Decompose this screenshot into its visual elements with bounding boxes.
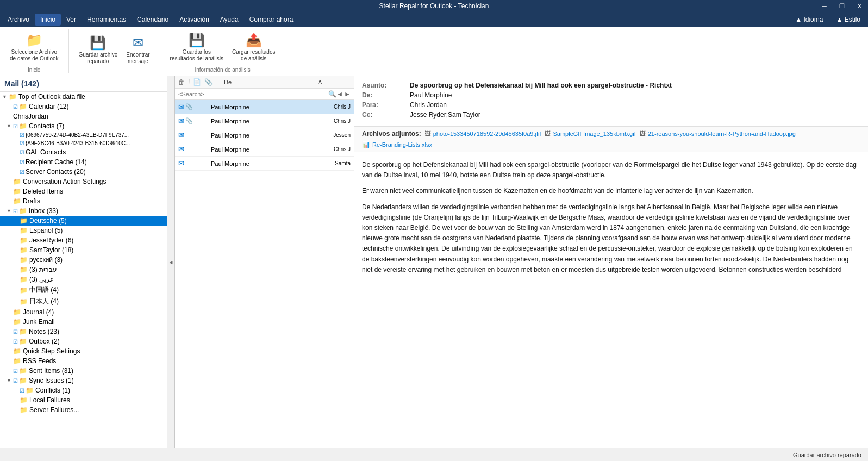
sidebar-item-notes[interactable]: ☑📁Notes (23): [0, 327, 167, 337]
folder-icon-japanese: 📁: [20, 298, 28, 306]
seleccionar-archivo-button[interactable]: 📁 Seleccione Archivode datos de Outlook: [7, 30, 62, 64]
menu-calendario[interactable]: Calendario: [132, 14, 174, 26]
window-controls: ─ ❐ ✕: [816, 0, 868, 12]
check-icon-notes: ☑: [13, 329, 18, 335]
sidebar-item-gal-contacts[interactable]: ☑GAL Contacts: [0, 147, 167, 157]
sidebar-item-deutsche[interactable]: 📁Deutsche (5): [0, 216, 167, 226]
a-column-header[interactable]: A: [318, 79, 351, 85]
sidebar-item-chinese[interactable]: 📁中国語 (4): [0, 284, 167, 296]
sidebar[interactable]: Mail (142) ▼📁Top of Outlook data file☑📁C…: [0, 76, 167, 448]
sidebar-item-quick-step[interactable]: 📁Quick Step Settings: [0, 346, 167, 356]
body-paragraph-0: De spoorbrug op het Defensiekanaal bij M…: [362, 160, 860, 180]
email-row-email2[interactable]: ✉📎Paul MorphineChris J: [175, 114, 354, 128]
email-to-email4: Chris J: [318, 146, 351, 152]
app-title: Stellar Repair for Outlook - Technician: [379, 2, 489, 10]
sidebar-item-russian[interactable]: 📁русский (3): [0, 255, 167, 265]
sidebar-item-junk-email[interactable]: 📁Junk Email: [0, 317, 167, 327]
attachment-name-att2: SampleGIFImage_135kbmb.gif: [553, 130, 635, 137]
sidebar-label-chinese: 中国語 (4): [29, 285, 59, 295]
attach-col-icon[interactable]: 📎: [204, 78, 213, 86]
close-button[interactable]: ✕: [851, 0, 868, 12]
folder-icon-deutsche: 📁: [20, 217, 28, 225]
folder-icon-conversation-action: 📁: [13, 178, 21, 185]
sidebar-item-drafts[interactable]: 📁Drafts: [0, 196, 167, 206]
flag-col-icon[interactable]: !: [188, 78, 190, 86]
sidebar-item-sent-items[interactable]: ☑📁Sent Items (31): [0, 366, 167, 376]
guardar-analisis-button[interactable]: 💾 Guardar losresultados del análisis: [167, 30, 227, 64]
email-row-email4[interactable]: ✉Paul MorphineChris J: [175, 142, 354, 157]
folder-icon-deleted-items: 📁: [13, 188, 21, 195]
cargar-analisis-button[interactable]: 📤 Cargar resultadosde análisis: [229, 30, 278, 64]
restore-button[interactable]: ❐: [833, 0, 851, 12]
guardar-analisis-icon: 💾: [189, 33, 205, 48]
sidebar-item-calendar[interactable]: ☑📁Calendar (12): [0, 102, 167, 111]
attachment-att2[interactable]: 🖼SampleGIFImage_135kbmb.gif: [544, 130, 635, 138]
sidebar-item-conversation-action[interactable]: 📁Conversation Action Settings: [0, 177, 167, 186]
sidebar-item-contact1[interactable]: ☑{06967759-274D-40B2-A3EB-D7F9E737...: [0, 131, 167, 139]
sidebar-item-journal[interactable]: 📁Journal (4): [0, 307, 167, 317]
menu-ayuda[interactable]: Ayuda: [215, 14, 244, 26]
encontrar-mensaje-button[interactable]: ✉ Encontrarmensaje: [123, 33, 153, 67]
sidebar-label-contacts: Contacts (7): [29, 122, 64, 130]
menu-archivo[interactable]: Archivo: [2, 14, 35, 26]
check-icon-sync-issues: ☑: [13, 378, 18, 384]
guardar-reparado-button[interactable]: 💾 Guardar archivoreparado: [76, 33, 121, 67]
sidebar-item-rss-feeds[interactable]: 📁RSS Feeds: [0, 356, 167, 366]
attachment-icon-att3: 🖼: [639, 130, 646, 138]
attachment-icon-att1: 🖼: [424, 130, 431, 138]
sidebar-label-sync-issues: Sync Issues (1): [29, 377, 74, 384]
sidebar-item-contact2[interactable]: ☑{A9E2BC46-B3A0-4243-B315-60D9910C...: [0, 139, 167, 147]
prev-arrow[interactable]: ◄: [336, 90, 343, 98]
delete-col-icon[interactable]: 🗑: [178, 78, 185, 86]
sidebar-item-espanol[interactable]: 📁Español (5): [0, 226, 167, 235]
sidebar-label-inbox: Inbox (33): [29, 207, 58, 215]
menu-herramientas[interactable]: Herramientas: [82, 14, 132, 26]
sidebar-item-server-failures[interactable]: 📁Server Failures...: [0, 405, 167, 415]
next-arrow[interactable]: ►: [344, 90, 351, 98]
collapse-button[interactable]: ◄: [167, 76, 175, 448]
sidebar-item-inbox[interactable]: ▼☑📁Inbox (33): [0, 206, 167, 216]
sidebar-item-sync-issues[interactable]: ▼☑📁Sync Issues (1): [0, 376, 167, 385]
email-row-email5[interactable]: ✉Paul MorphineSamta: [175, 157, 354, 171]
menu-comprar[interactable]: Comprar ahora: [244, 14, 299, 26]
folder-icon-rss-feeds: 📁: [13, 357, 21, 365]
email-icons-email2: ✉📎: [178, 117, 211, 125]
sidebar-item-contacts[interactable]: ▼☑📁Contacts (7): [0, 121, 167, 131]
sidebar-item-samtaylor[interactable]: 📁SamTaylor (18): [0, 245, 167, 255]
sidebar-item-deleted-items[interactable]: 📁Deleted Items: [0, 186, 167, 196]
sidebar-item-server-contacts[interactable]: ☑Server Contacts (20): [0, 167, 167, 177]
email-detail: Asunto: De spoorbrug op het Defensiekana…: [354, 76, 868, 448]
sidebar-item-recipient-cache[interactable]: ☑Recipient Cache (14): [0, 157, 167, 167]
de-column-header[interactable]: De: [224, 79, 316, 85]
sidebar-item-arabic[interactable]: 📁عربي (3): [0, 275, 167, 284]
sidebar-item-jesseryder[interactable]: 📁JesseRyder (6): [0, 235, 167, 245]
check-icon-calendar: ☑: [13, 104, 18, 110]
sidebar-label-notes: Notes (23): [29, 328, 59, 335]
search-icon[interactable]: 🔍: [328, 90, 336, 98]
attachment-att4[interactable]: 📊Re-Branding-Lists.xlsx: [362, 141, 432, 148]
email-row-email3[interactable]: ✉Paul MorphineJessen: [175, 128, 354, 142]
cargar-analisis-icon: 📤: [246, 33, 262, 48]
sidebar-item-outbox[interactable]: ☑📁Outbox (2): [0, 337, 167, 346]
sidebar-label-junk-email: Junk Email: [23, 318, 55, 326]
menu-inicio[interactable]: Inicio: [35, 14, 61, 26]
minimize-button[interactable]: ─: [816, 0, 833, 12]
menu-ver[interactable]: Ver: [61, 14, 82, 26]
attachment-att1[interactable]: 🖼photo-1533450718592-29d45635f0a9.jfif: [424, 130, 541, 138]
email-row-email1[interactable]: ✉📎Paul MorphineChris J: [175, 100, 354, 114]
sidebar-item-hebrew[interactable]: 📁עברית (3): [0, 265, 167, 275]
search-input[interactable]: [178, 91, 328, 97]
status-bar: Guardar archivo reparado: [0, 448, 868, 461]
ribbon-group-analisis: 💾 Guardar losresultados del análisis 📤 C…: [165, 29, 285, 73]
sidebar-item-conflicts[interactable]: ☑📁Conflicts (1): [0, 385, 167, 395]
sidebar-item-chrisjordan[interactable]: ChrisJordan: [0, 111, 167, 121]
check-icon-contacts: ☑: [13, 123, 18, 129]
estilo-button[interactable]: ▲ Estilo: [830, 14, 866, 26]
menu-activacion[interactable]: Activación: [174, 14, 215, 26]
sidebar-item-local-failures[interactable]: 📁Local Failures: [0, 395, 167, 405]
idioma-button[interactable]: ▲ Idioma: [790, 14, 828, 26]
sidebar-item-top-outlook[interactable]: ▼📁Top of Outlook data file: [0, 92, 167, 102]
doc-col-icon[interactable]: 📄: [193, 78, 201, 86]
sidebar-item-japanese[interactable]: 📁日本人 (4): [0, 296, 167, 307]
attachment-att3[interactable]: 🖼21-reasons-you-should-learn-R-Python-an…: [639, 130, 796, 138]
